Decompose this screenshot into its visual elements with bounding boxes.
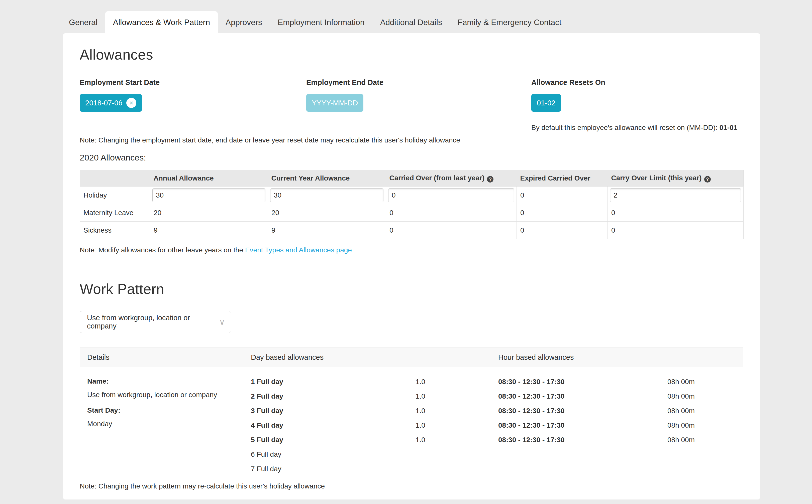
name-label: Name:	[87, 375, 251, 388]
day-hours: 08:30 - 12:30 - 17:30	[498, 378, 668, 386]
year-allowances-heading: 2020 Allowances:	[80, 153, 743, 162]
content-card: Allowances Employment Start Date 2018-07…	[63, 33, 760, 499]
maternity-annual-allowance: 20	[150, 204, 268, 222]
allowances-table-header-row: Annual Allowance Current Year Allowance …	[80, 170, 744, 187]
col-annual-allowance: Annual Allowance	[150, 170, 268, 187]
modify-allowances-note: Note: Modify allowances for other leave …	[80, 246, 743, 254]
chevron-down-icon[interactable]: ∨	[213, 315, 231, 329]
work-pattern-select[interactable]: Use from workgroup, location or company …	[80, 311, 231, 333]
day-hours: 08:30 - 12:30 - 17:30	[498, 392, 668, 400]
tab-allowances-work-pattern[interactable]: Allowances & Work Pattern	[105, 11, 218, 33]
day-label: 1 Full day	[251, 378, 416, 386]
hour-based-column-header: Hour based allowances	[498, 353, 743, 362]
col-carry-over-limit: Carry Over Limit (this year)?	[608, 170, 744, 187]
day-based-column-header: Day based allowances	[251, 353, 498, 362]
day-value: 1.0	[416, 392, 498, 400]
work-pattern-table-body: Name: Use from workgroup, location or co…	[80, 375, 743, 476]
clear-start-date-icon[interactable]: ×	[126, 98, 136, 108]
table-row-holiday: Holiday 0	[80, 187, 744, 204]
col-carried-over-label: Carried Over (from last year)	[389, 174, 485, 182]
day-duration: 08h 00m	[668, 436, 743, 444]
col-carried-over: Carried Over (from last year)?	[386, 170, 517, 187]
day-hours: 08:30 - 12:30 - 17:30	[498, 421, 668, 429]
day-row-5: 5 Full day 1.0 08:30 - 12:30 - 17:30 08h…	[251, 433, 743, 447]
employment-start-date-value: 2018-07-06	[85, 99, 122, 107]
allowances-table: Annual Allowance Current Year Allowance …	[80, 170, 744, 239]
maternity-current-year-allowance: 20	[268, 204, 386, 222]
default-reset-note-value: 01-01	[720, 124, 738, 131]
tab-family-emergency-contact[interactable]: Family & Emergency Contact	[450, 11, 569, 33]
leave-type-cell: Maternity Leave	[80, 204, 150, 222]
start-day-label: Start Day:	[87, 404, 251, 417]
name-value: Use from workgroup, location or company	[87, 388, 251, 402]
sickness-annual-allowance: 9	[150, 222, 268, 239]
day-duration: 08h 00m	[668, 421, 743, 429]
day-label: 5 Full day	[251, 436, 416, 444]
tab-additional-details[interactable]: Additional Details	[372, 11, 450, 33]
day-duration: 08h 00m	[668, 407, 743, 415]
day-hours: 08:30 - 12:30 - 17:30	[498, 436, 668, 444]
sickness-carry-over-limit: 0	[608, 222, 744, 239]
sickness-expired-carried-over: 0	[517, 222, 608, 239]
day-row-1: 1 Full day 1.0 08:30 - 12:30 - 17:30 08h…	[251, 375, 743, 389]
holiday-carried-over-input[interactable]	[388, 188, 514, 202]
day-label: 6 Full day	[251, 450, 416, 458]
work-pattern-select-value: Use from workgroup, location or company	[87, 314, 213, 330]
leave-type-cell: Sickness	[80, 222, 150, 239]
col-leave-type	[80, 170, 150, 187]
holiday-expired-carried-over: 0	[517, 187, 608, 204]
sickness-current-year-allowance: 9	[268, 222, 386, 239]
allowance-resets-on-value: 01-02	[537, 99, 555, 107]
tab-approvers[interactable]: Approvers	[218, 11, 270, 33]
maternity-carry-over-limit: 0	[608, 204, 744, 222]
leave-type-cell: Holiday	[80, 187, 150, 204]
employment-end-date-placeholder: YYYY-MM-DD	[312, 99, 358, 107]
day-label: 2 Full day	[251, 392, 416, 400]
employment-start-date-label: Employment Start Date	[80, 78, 306, 87]
work-pattern-table-header: Details Day based allowances Hour based …	[80, 348, 743, 367]
work-pattern-details: Name: Use from workgroup, location or co…	[80, 375, 251, 476]
table-row-maternity-leave: Maternity Leave 20 20 0 0 0	[80, 204, 744, 222]
carry-over-limit-help-icon[interactable]: ?	[704, 176, 711, 183]
allowances-title: Allowances	[80, 46, 743, 63]
day-label: 7 Full day	[251, 465, 416, 473]
employment-end-date-field[interactable]: YYYY-MM-DD	[306, 94, 363, 112]
recalculate-note: Note: Changing the employment start date…	[80, 136, 743, 144]
day-hours: 08:30 - 12:30 - 17:30	[498, 407, 668, 415]
day-duration: 08h 00m	[668, 378, 743, 386]
carried-over-help-icon[interactable]: ?	[487, 176, 493, 183]
holiday-current-year-allowance-input[interactable]	[270, 188, 383, 202]
day-value: 1.0	[416, 378, 498, 386]
allowance-resets-on-field[interactable]: 01-02	[531, 94, 561, 112]
col-expired-carried-over: Expired Carried Over	[517, 170, 608, 187]
details-column-header: Details	[80, 353, 251, 362]
work-pattern-days: 1 Full day 1.0 08:30 - 12:30 - 17:30 08h…	[251, 375, 743, 476]
work-pattern-note: Note: Changing the work pattern may re-c…	[80, 482, 743, 490]
date-fields-row: Employment Start Date 2018-07-06 × Emplo…	[80, 78, 743, 132]
maternity-carried-over: 0	[386, 204, 517, 222]
day-row-7: 7 Full day	[251, 462, 743, 476]
table-row-sickness: Sickness 9 9 0 0 0	[80, 222, 744, 239]
col-current-year-allowance: Current Year Allowance	[268, 170, 386, 187]
day-row-6: 6 Full day	[251, 447, 743, 462]
day-label: 3 Full day	[251, 407, 416, 415]
maternity-expired-carried-over: 0	[517, 204, 608, 222]
tab-employment-information[interactable]: Employment Information	[270, 11, 372, 33]
event-types-allowances-link[interactable]: Event Types and Allowances page	[245, 246, 352, 254]
day-value: 1.0	[416, 407, 498, 415]
sickness-carried-over: 0	[386, 222, 517, 239]
day-label: 4 Full day	[251, 421, 416, 429]
employment-start-date-field[interactable]: 2018-07-06 ×	[80, 94, 142, 112]
col-carry-over-limit-label: Carry Over Limit (this year)	[611, 174, 702, 182]
employment-end-date-label: Employment End Date	[306, 78, 531, 87]
day-duration: 08h 00m	[668, 392, 743, 400]
holiday-carry-over-limit-input[interactable]	[610, 188, 741, 202]
tab-general[interactable]: General	[61, 11, 105, 33]
modify-allowances-note-text: Note: Modify allowances for other leave …	[80, 246, 245, 254]
start-day-value: Monday	[87, 417, 251, 431]
day-value: 1.0	[416, 436, 498, 444]
default-reset-note: By default this employee's allowance wil…	[531, 124, 743, 132]
allowance-resets-on-label: Allowance Resets On	[531, 78, 743, 87]
holiday-annual-allowance-input[interactable]	[152, 188, 266, 202]
default-reset-note-text: By default this employee's allowance wil…	[531, 124, 720, 131]
